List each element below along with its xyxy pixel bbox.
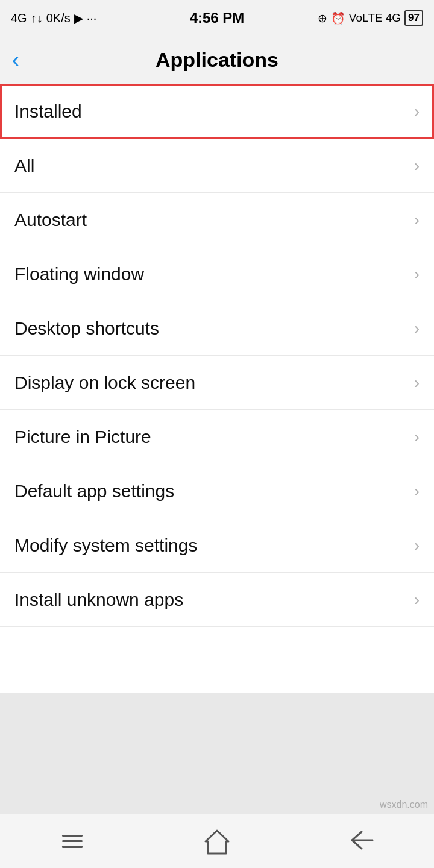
watermark: wsxdn.com	[380, 799, 428, 810]
chevron-icon-picture-in-picture: ›	[414, 427, 420, 447]
nav-menu-button[interactable]	[48, 823, 96, 860]
chevron-icon-autostart: ›	[414, 210, 420, 230]
list-item-label-display-on-lock-screen: Display on lock screen	[14, 373, 195, 393]
battery-indicator: 97	[404, 10, 423, 26]
nav-back-button[interactable]	[338, 823, 386, 860]
svg-marker-0	[206, 831, 228, 854]
media-icon: ▶	[74, 11, 83, 25]
list-item-picture-in-picture[interactable]: Picture in Picture›	[0, 410, 434, 464]
chevron-icon-default-app-settings: ›	[414, 482, 420, 501]
list-item-all[interactable]: All›	[0, 139, 434, 193]
list-item-default-app-settings[interactable]: Default app settings›	[0, 464, 434, 518]
list-item-label-install-unknown-apps: Install unknown apps	[14, 590, 183, 610]
status-bar: 4G ↑↓ 0K/s ▶ ··· 4:56 PM ⊕ ⏰ VoLTE 4G 97	[0, 0, 434, 36]
lte-text: VoLTE 4G	[349, 11, 401, 25]
list-item-installed[interactable]: Installed›	[0, 84, 434, 139]
chevron-icon-modify-system-settings: ›	[414, 536, 420, 555]
alarm-icon: ⏰	[331, 11, 345, 25]
list-item-label-all: All	[14, 156, 34, 176]
header: ‹ Applications	[0, 36, 434, 84]
list-item-label-default-app-settings: Default app settings	[14, 481, 174, 502]
dots-icon: ···	[87, 11, 97, 25]
signal-text: 4G	[11, 11, 27, 25]
chevron-icon-floating-window: ›	[414, 265, 420, 284]
status-time: 4:56 PM	[190, 10, 245, 27]
menu-icon	[62, 835, 83, 848]
chevron-icon-display-on-lock-screen: ›	[414, 373, 420, 392]
chevron-icon-desktop-shortcuts: ›	[414, 319, 420, 338]
list-item-display-on-lock-screen[interactable]: Display on lock screen›	[0, 356, 434, 410]
list-item-label-modify-system-settings: Modify system settings	[14, 535, 197, 556]
nav-bar	[0, 814, 434, 868]
list-item-modify-system-settings[interactable]: Modify system settings›	[0, 518, 434, 573]
chevron-icon-all: ›	[414, 156, 420, 175]
list-item-label-picture-in-picture: Picture in Picture	[14, 427, 151, 447]
page-title: Applications	[156, 48, 278, 72]
list-item-autostart[interactable]: Autostart›	[0, 193, 434, 247]
back-button[interactable]: ‹	[12, 43, 25, 77]
back-icon	[350, 829, 374, 854]
menu-list: Installed›All›Autostart›Floating window›…	[0, 84, 434, 693]
speed-text: 0K/s	[46, 11, 71, 25]
status-right: ⊕ ⏰ VoLTE 4G 97	[318, 10, 423, 26]
chevron-icon-install-unknown-apps: ›	[414, 590, 420, 609]
list-item-label-desktop-shortcuts: Desktop shortcuts	[14, 318, 159, 339]
list-item-floating-window[interactable]: Floating window›	[0, 247, 434, 301]
bluetooth-icon: ⊕	[318, 11, 327, 25]
list-item-label-floating-window: Floating window	[14, 264, 144, 285]
list-item-desktop-shortcuts[interactable]: Desktop shortcuts›	[0, 301, 434, 356]
home-icon	[204, 828, 230, 855]
list-item-install-unknown-apps[interactable]: Install unknown apps›	[0, 573, 434, 627]
nav-home-button[interactable]	[193, 823, 241, 860]
status-left: 4G ↑↓ 0K/s ▶ ···	[11, 11, 96, 25]
bottom-spacer	[0, 693, 434, 814]
signal-bars: ↑↓	[31, 11, 43, 25]
list-item-label-autostart: Autostart	[14, 210, 87, 230]
list-item-label-installed: Installed	[14, 101, 82, 122]
chevron-icon-installed: ›	[414, 102, 420, 121]
